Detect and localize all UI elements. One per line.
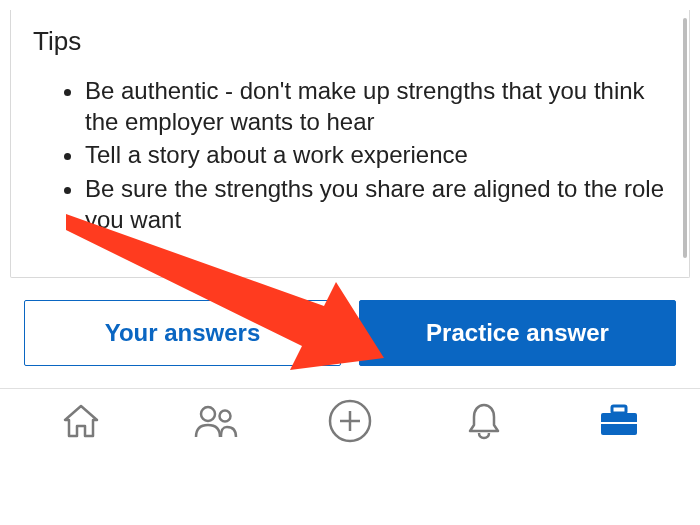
your-answers-button[interactable]: Your answers bbox=[24, 300, 341, 366]
tip-item: Tell a story about a work experience bbox=[85, 139, 667, 170]
nav-people[interactable] bbox=[188, 399, 244, 443]
tip-item: Be sure the strengths you share are alig… bbox=[85, 173, 667, 235]
nav-home[interactable] bbox=[53, 399, 109, 443]
people-icon bbox=[193, 403, 239, 439]
svg-point-1 bbox=[219, 410, 230, 421]
tips-card: Tips Be authentic - don't make up streng… bbox=[10, 10, 690, 278]
briefcase-icon bbox=[598, 403, 640, 439]
nav-add[interactable] bbox=[322, 399, 378, 443]
home-icon bbox=[61, 402, 101, 440]
svg-rect-6 bbox=[612, 406, 626, 413]
nav-notifications[interactable] bbox=[456, 399, 512, 443]
tip-item: Be authentic - don't make up strengths t… bbox=[85, 75, 667, 137]
bell-icon bbox=[465, 401, 503, 441]
action-button-row: Your answers Practice answer bbox=[0, 278, 700, 389]
tips-list: Be authentic - don't make up strengths t… bbox=[33, 75, 667, 235]
nav-jobs[interactable] bbox=[591, 399, 647, 443]
practice-answer-button[interactable]: Practice answer bbox=[359, 300, 676, 366]
svg-point-0 bbox=[201, 407, 215, 421]
plus-circle-icon bbox=[328, 399, 372, 443]
bottom-nav bbox=[0, 389, 700, 455]
tips-title: Tips bbox=[33, 26, 667, 57]
scroll-indicator[interactable] bbox=[683, 18, 687, 258]
